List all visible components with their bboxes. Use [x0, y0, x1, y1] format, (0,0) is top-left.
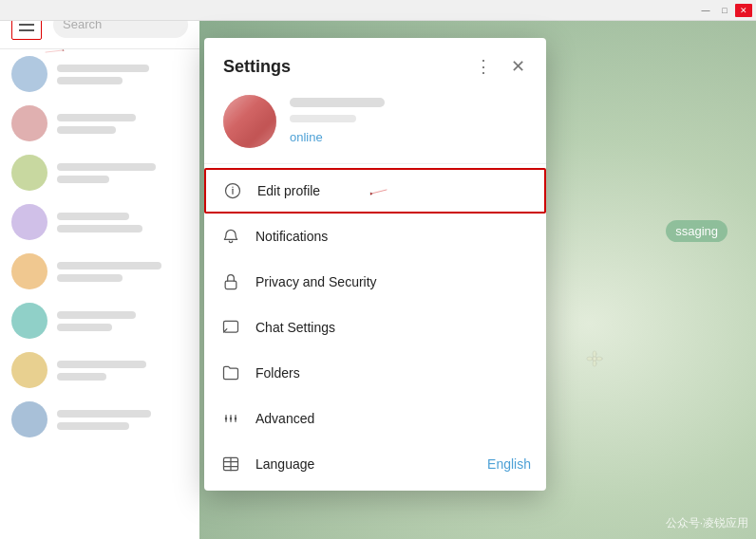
avatar: [11, 253, 47, 289]
online-status: online: [290, 130, 323, 144]
minimize-button[interactable]: —: [697, 4, 714, 17]
menu-item-language[interactable]: Language English: [204, 441, 546, 487]
svg-marker-6: [63, 49, 65, 50]
list-item: [0, 99, 199, 148]
svg-marker-8: [370, 193, 372, 195]
lock-icon: [219, 270, 242, 293]
svg-point-1: [593, 351, 596, 357]
messaging-chip: ssaging: [666, 220, 728, 242]
folder-icon: [219, 362, 242, 384]
profile-info: online: [290, 98, 527, 145]
avatar: [11, 303, 47, 339]
settings-modal: Settings ⋮ ✕ online: [204, 38, 546, 491]
arrow-edit-profile: [369, 183, 463, 221]
chat-icon: [219, 316, 242, 339]
maximize-button[interactable]: □: [716, 4, 733, 17]
info-icon: [221, 179, 244, 202]
svg-point-3: [587, 357, 593, 361]
avatar: [11, 105, 47, 141]
menu-item-advanced[interactable]: Advanced: [204, 396, 546, 441]
chat-svg: [221, 318, 240, 337]
profile-name-redacted: [290, 98, 385, 107]
avatar: [11, 401, 47, 437]
privacy-security-label: Privacy and Security: [255, 274, 531, 289]
sidebar: Search: [0, 0, 199, 539]
folder-svg: [221, 363, 240, 382]
modal-header-actions: ⋮ ✕: [470, 53, 531, 80]
svg-point-2: [593, 361, 596, 366]
menu-item-privacy-security[interactable]: Privacy and Security: [204, 259, 546, 305]
bell-icon: [219, 225, 242, 248]
menu-item-folders[interactable]: Folders: [204, 350, 546, 396]
profile-name-redacted-2: [290, 115, 356, 122]
avatar: [11, 56, 47, 92]
avatar: [11, 204, 47, 240]
more-icon: ⋮: [475, 56, 492, 77]
bell-svg: [221, 227, 240, 246]
watermark: 公众号·凌锐应用: [666, 515, 748, 531]
modal-title: Settings: [223, 57, 291, 77]
list-item: [0, 395, 199, 444]
arrow-hamburger-svg: [46, 42, 65, 61]
language-svg: [221, 455, 240, 474]
avatar: [11, 352, 47, 388]
avatar-wrap: [223, 95, 276, 148]
avatar: [11, 155, 47, 191]
svg-line-5: [46, 50, 63, 52]
modal-header: Settings ⋮ ✕: [204, 38, 546, 91]
svg-line-7: [371, 190, 387, 194]
svg-point-11: [232, 187, 233, 188]
list-item: [0, 345, 199, 395]
arrow-hamburger: [46, 42, 226, 70]
svg-point-4: [596, 357, 602, 361]
list-item: [0, 296, 199, 345]
language-label: Language: [255, 456, 474, 472]
advanced-icon: [219, 407, 242, 430]
notifications-label: Notifications: [255, 229, 531, 244]
avatar: [223, 95, 276, 148]
avatar-image: [223, 95, 276, 148]
flower-decoration: [585, 349, 604, 368]
language-icon: [219, 453, 242, 475]
list-item: [0, 247, 199, 296]
list-item: [0, 197, 199, 247]
info-svg: [223, 181, 242, 200]
folders-label: Folders: [255, 365, 531, 381]
advanced-svg: [221, 409, 240, 428]
chat-settings-label: Chat Settings: [255, 320, 531, 335]
list-item: [0, 148, 199, 197]
close-window-button[interactable]: ✕: [735, 4, 752, 17]
language-value: English: [487, 456, 531, 472]
window-titlebar: — □ ✕: [0, 0, 756, 21]
profile-section: online: [204, 91, 546, 163]
svg-rect-12: [225, 281, 236, 288]
close-icon: ✕: [511, 56, 525, 77]
menu-item-chat-settings[interactable]: Chat Settings: [204, 305, 546, 350]
more-options-button[interactable]: ⋮: [470, 53, 497, 80]
close-modal-button[interactable]: ✕: [504, 53, 531, 80]
lock-svg: [221, 272, 240, 291]
arrow-edit-profile-svg: [369, 183, 387, 202]
advanced-label: Advanced: [255, 411, 531, 426]
